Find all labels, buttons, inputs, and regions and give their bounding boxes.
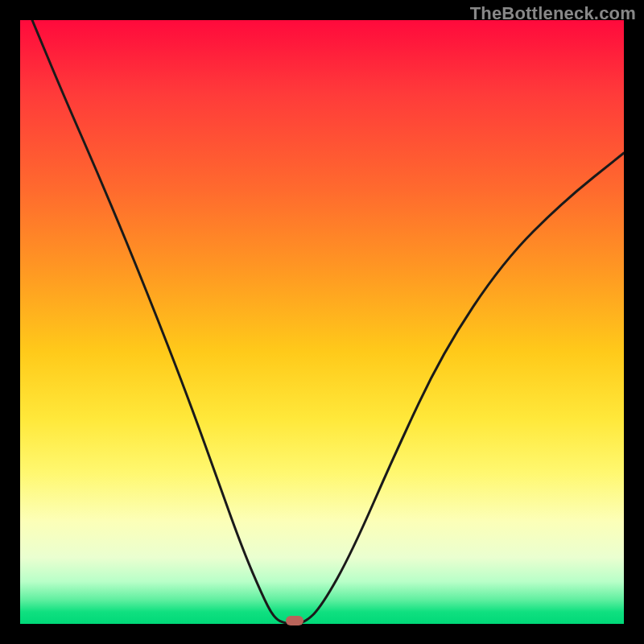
bottleneck-curve (20, 20, 624, 624)
optimal-point-marker (286, 616, 303, 625)
watermark-text: TheBottleneck.com (470, 3, 636, 24)
